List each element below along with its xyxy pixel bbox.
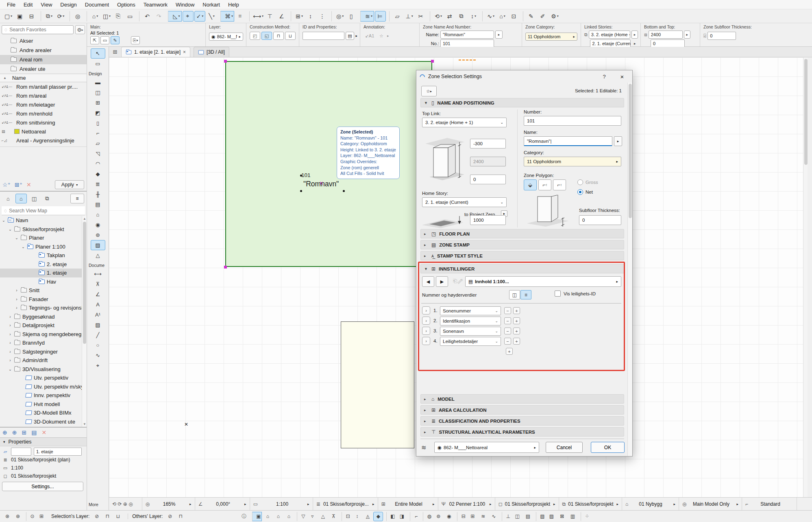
tree-item[interactable]: › Skjema og mengdeberegning xyxy=(0,330,87,339)
tree-item[interactable]: ⌄ 3D/Visualisering xyxy=(0,365,87,374)
collapsed-section-header[interactable]: ▸ ⊞ AREA CALCULATION xyxy=(420,405,624,415)
zone-number-input[interactable]: 101 xyxy=(440,39,494,48)
menu-item[interactable]: Options xyxy=(113,1,139,9)
elevation-marker-icon[interactable]: ▿ xyxy=(307,512,317,521)
bottom-offset-input[interactable]: 0 xyxy=(470,175,506,184)
add-row-button[interactable]: + xyxy=(513,317,520,324)
stamp-content-select[interactable]: Identifikasjon⌄ xyxy=(440,317,501,325)
structural-display[interactable]: ◎ Main Model Only ▸ xyxy=(679,498,742,510)
fill-tool-icon[interactable]: ▨ xyxy=(91,320,105,330)
story-up-icon[interactable]: ⌂ xyxy=(263,512,272,521)
favorites-icon[interactable]: ⌂▾ xyxy=(87,11,100,22)
tree-expander-icon[interactable]: ⌄ xyxy=(8,367,12,371)
ok-button[interactable]: OK xyxy=(591,442,625,453)
view-id-input[interactable] xyxy=(11,448,31,456)
renovation-filter[interactable]: ⌂ 01 Nybygg ▸ xyxy=(622,498,679,510)
hotspot-tool-icon[interactable]: ⌖ xyxy=(91,360,105,371)
subfloor-thickness-input[interactable]: 0 xyxy=(708,32,736,40)
hide-selection-layer-icon[interactable]: ⊘ xyxy=(92,512,102,521)
teamwork-reserve-icon[interactable]: ⊛ xyxy=(13,512,23,521)
top-link-flyout-button[interactable]: ▸ xyxy=(631,31,638,39)
tree-expander-icon[interactable]: › xyxy=(8,358,12,363)
fit-in-window-icon[interactable]: ▯ xyxy=(346,11,357,22)
angle-dimension-icon[interactable]: ∠ xyxy=(276,11,287,22)
mesh-tool-icon[interactable]: △ xyxy=(91,250,105,260)
zone-stamp-number[interactable]: 101 xyxy=(301,172,311,178)
close-tab-icon[interactable]: × xyxy=(183,49,186,55)
menu-item[interactable]: View xyxy=(37,1,56,9)
tree-item[interactable]: Hvit modell xyxy=(0,400,87,409)
toggle-lock-icon[interactable]: ⊞ xyxy=(37,512,46,521)
zone-corner-handle[interactable] xyxy=(431,60,434,63)
annotation-icon[interactable]: ⊥ xyxy=(502,512,512,521)
edit-mode-button[interactable]: ✎ xyxy=(111,36,120,44)
zone-category-select[interactable]: 11 Oppholdsrom▸ xyxy=(525,33,577,41)
tree-item[interactable]: ⌄ Navn xyxy=(0,216,87,225)
skylight-tool-icon[interactable]: ◩ xyxy=(91,108,105,118)
construction-method-4-button[interactable]: ⊔ xyxy=(285,32,296,40)
tree-item[interactable]: ⌄ Planer 1:100 xyxy=(0,242,87,251)
marquee-icon[interactable]: ▭ xyxy=(125,11,136,22)
worksheet-icon[interactable]: ⊼ xyxy=(329,512,338,521)
delete-favorite-button[interactable]: ✕ xyxy=(26,181,31,188)
lock-others-layer-icon[interactable]: ⊓ xyxy=(176,512,185,521)
tree-item[interactable]: › Tegnings- og revisjonsliste xyxy=(0,304,87,312)
spline-tool-icon[interactable]: ∿ xyxy=(91,350,105,360)
go-to-story-icon[interactable]: ⌂ xyxy=(284,512,294,521)
3d-cutaway-icon[interactable]: ◆ xyxy=(373,512,383,521)
angle-dimension-tool-icon[interactable]: ∠ xyxy=(91,289,105,299)
index-icon[interactable]: ⊞ xyxy=(468,512,477,521)
relation-icon[interactable]: ⊨ xyxy=(375,11,386,22)
favorites-folder[interactable]: Arealer ute xyxy=(0,64,87,74)
collapsed-section-header[interactable]: ▸ ▤ ZONE STAMP xyxy=(420,240,624,249)
partial-display-icon[interactable]: ◨ xyxy=(397,512,407,521)
drawing-icon[interactable]: ◫ xyxy=(512,512,522,521)
level-dimension-tool-icon[interactable]: ⊼ xyxy=(91,279,105,289)
top-offset-input[interactable]: -300 xyxy=(470,139,506,149)
mirror-icon[interactable]: ⇄ xyxy=(444,11,455,22)
tree-item[interactable]: Utv. perspektiv xyxy=(0,373,87,382)
tree-expander-icon[interactable]: › xyxy=(8,315,12,319)
zone-tool-icon[interactable]: ▨ xyxy=(91,240,105,250)
menu-item[interactable]: File xyxy=(3,1,19,9)
stamp-content-select[interactable]: Sonenavn⌄ xyxy=(440,327,501,336)
top-link-select[interactable]: 3. 2. etasje (Home + 1)⌄ xyxy=(422,118,507,127)
construction-method-2-button[interactable]: ◱ xyxy=(261,32,272,40)
tree-item[interactable]: › Byggesøknad xyxy=(0,312,87,321)
opening-tool-icon[interactable]: ⊚ xyxy=(91,230,105,240)
collapsed-section-header[interactable]: ▸ ◳ FLOOR PLAN xyxy=(420,229,624,238)
add-row-button[interactable]: + xyxy=(513,338,520,345)
publisher-button[interactable]: ⧉ xyxy=(41,194,53,203)
gross-radio[interactable]: Gross xyxy=(577,179,598,185)
trim-icon[interactable]: ✂ xyxy=(416,11,427,22)
menu-item[interactable]: Teamwork xyxy=(140,1,171,9)
rotate-icon[interactable]: ⟲▾ xyxy=(430,11,444,22)
remove-row-button[interactable]: − xyxy=(504,307,511,314)
stretch-icon[interactable]: ↕▾ xyxy=(468,11,479,22)
bottom-top-flyout-button[interactable]: ▸ xyxy=(684,31,690,39)
layout-rows-toggle[interactable]: ≡ xyxy=(520,290,531,299)
section-name-positioning[interactable]: ▼ ▯ NAME AND POSITIONING xyxy=(420,98,624,107)
tree-item[interactable]: Innv. perspektiv xyxy=(0,391,87,400)
favorites-folder[interactable]: Areal rom xyxy=(0,55,87,64)
snap-points-icon[interactable]: ✓▾ xyxy=(194,11,205,22)
tree-expander-icon[interactable]: › xyxy=(8,341,12,345)
tree-item[interactable]: › Detaljprosjekt xyxy=(0,321,87,330)
model-view-options[interactable]: ◻ 01 Skisse/forprosjekt ▸ xyxy=(495,498,559,510)
view-name-input[interactable]: 1. etasje xyxy=(34,448,82,456)
zone-name-select[interactable]: "Romnavn" xyxy=(440,31,494,39)
stamp-content-select[interactable]: Sonenummer⌄ xyxy=(440,306,501,315)
tree-expander-icon[interactable]: › xyxy=(15,297,19,301)
search-view-map-input[interactable]: ◌ Search View Map xyxy=(2,206,85,215)
lamp-tool-icon[interactable]: ◉ xyxy=(91,220,105,230)
graph-icon[interactable]: ∿ xyxy=(489,512,499,521)
info-icon[interactable]: ⓘ xyxy=(239,512,249,521)
add-row-button[interactable]: + xyxy=(513,328,520,334)
collapsed-section-header[interactable]: ▸ ⌂ MODEL xyxy=(420,394,624,404)
scroll-up-icon[interactable]: ▲ xyxy=(83,217,86,221)
view-settings-button[interactable]: ▤ xyxy=(31,429,37,436)
section-marker-icon[interactable]: ▽ xyxy=(297,512,307,521)
interior-elevation-icon[interactable]: △ xyxy=(318,512,328,521)
list-icon[interactable]: ≋ xyxy=(478,512,488,521)
change-marker-icon[interactable]: ↕ xyxy=(352,512,362,521)
